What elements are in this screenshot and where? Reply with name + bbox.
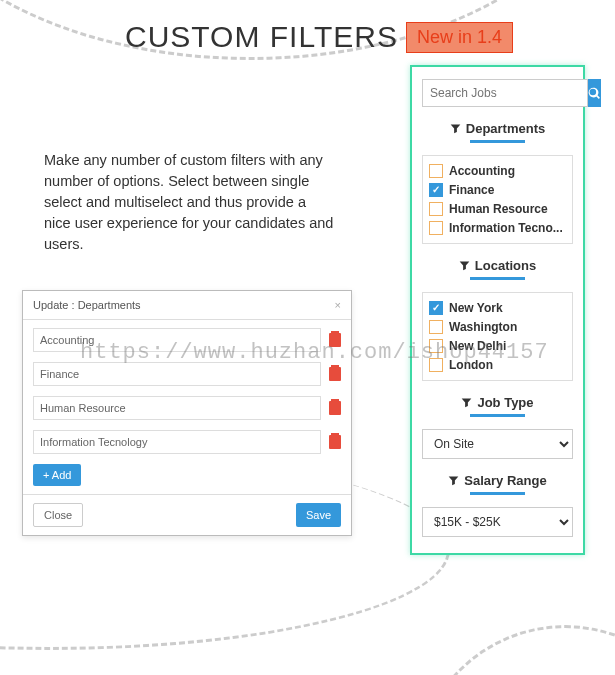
filter-panel: Departments Accounting Finance Human Res… <box>410 65 585 555</box>
close-button[interactable]: Close <box>33 503 83 527</box>
search-row <box>422 79 573 107</box>
checkbox-icon <box>429 183 443 197</box>
filter-title: Locations <box>422 258 573 273</box>
departments-list: Accounting Finance Human Resource Inform… <box>422 155 573 244</box>
modal-title: Update : Departments <box>33 299 141 311</box>
trash-icon[interactable] <box>329 401 341 415</box>
department-row <box>33 362 341 386</box>
filter-icon <box>450 123 461 134</box>
filter-locations: Locations New York Washington New Delhi … <box>422 258 573 381</box>
underline <box>470 414 525 417</box>
filter-jobtype: Job Type On Site <box>422 395 573 459</box>
checkbox-label: Information Tecno... <box>449 221 563 235</box>
checkbox-label: London <box>449 358 493 372</box>
checkbox-icon <box>429 339 443 353</box>
salary-select[interactable]: $15K - $25K <box>422 507 573 537</box>
add-button[interactable]: + Add <box>33 464 81 486</box>
search-button[interactable] <box>588 79 601 107</box>
filter-title: Job Type <box>422 395 573 410</box>
filter-title: Departments <box>422 121 573 136</box>
trash-icon[interactable] <box>329 333 341 347</box>
filter-title-text: Locations <box>475 258 536 273</box>
checkbox-label: Human Resource <box>449 202 548 216</box>
checkbox-item[interactable]: New York <box>429 301 566 315</box>
checkbox-icon <box>429 221 443 235</box>
checkbox-icon <box>429 301 443 315</box>
trash-icon[interactable] <box>329 435 341 449</box>
page-heading: CUSTOM FILTERS New in 1.4 <box>125 20 513 54</box>
search-input[interactable] <box>422 79 588 107</box>
checkbox-item[interactable]: Washington <box>429 320 566 334</box>
filter-icon <box>459 260 470 271</box>
department-row <box>33 396 341 420</box>
underline <box>470 140 525 143</box>
checkbox-item[interactable]: London <box>429 358 566 372</box>
checkbox-icon <box>429 164 443 178</box>
checkbox-item[interactable]: Information Tecno... <box>429 221 566 235</box>
filter-icon <box>448 475 459 486</box>
department-row <box>33 328 341 352</box>
filter-title-text: Departments <box>466 121 545 136</box>
checkbox-item[interactable]: Human Resource <box>429 202 566 216</box>
checkbox-item[interactable]: Finance <box>429 183 566 197</box>
page-title: CUSTOM FILTERS <box>125 20 398 54</box>
filter-title-text: Job Type <box>477 395 533 410</box>
modal-footer: Close Save <box>23 494 351 535</box>
search-icon <box>588 87 601 100</box>
checkbox-icon <box>429 358 443 372</box>
save-button[interactable]: Save <box>296 503 341 527</box>
checkbox-label: Accounting <box>449 164 515 178</box>
department-input[interactable] <box>33 430 321 454</box>
description-text: Make any number of custom filters with a… <box>44 150 334 255</box>
filter-icon <box>461 397 472 408</box>
version-badge: New in 1.4 <box>406 22 513 53</box>
checkbox-label: Finance <box>449 183 494 197</box>
checkbox-icon <box>429 320 443 334</box>
checkbox-item[interactable]: Accounting <box>429 164 566 178</box>
filter-title: Salary Range <box>422 473 573 488</box>
department-input[interactable] <box>33 328 321 352</box>
close-icon[interactable]: × <box>335 299 341 311</box>
checkbox-label: Washington <box>449 320 517 334</box>
locations-list: New York Washington New Delhi London <box>422 292 573 381</box>
checkbox-icon <box>429 202 443 216</box>
filter-title-text: Salary Range <box>464 473 546 488</box>
trash-icon[interactable] <box>329 367 341 381</box>
underline <box>470 492 525 495</box>
modal-body: + Add <box>23 320 351 494</box>
department-input[interactable] <box>33 362 321 386</box>
decorative-dash <box>415 625 615 675</box>
update-departments-modal: Update : Departments × + Add Close Save <box>22 290 352 536</box>
filter-departments: Departments Accounting Finance Human Res… <box>422 121 573 244</box>
modal-header: Update : Departments × <box>23 291 351 320</box>
checkbox-label: New Delhi <box>449 339 506 353</box>
jobtype-select[interactable]: On Site <box>422 429 573 459</box>
department-row <box>33 430 341 454</box>
department-input[interactable] <box>33 396 321 420</box>
filter-salary: Salary Range $15K - $25K <box>422 473 573 537</box>
underline <box>470 277 525 280</box>
checkbox-label: New York <box>449 301 503 315</box>
checkbox-item[interactable]: New Delhi <box>429 339 566 353</box>
